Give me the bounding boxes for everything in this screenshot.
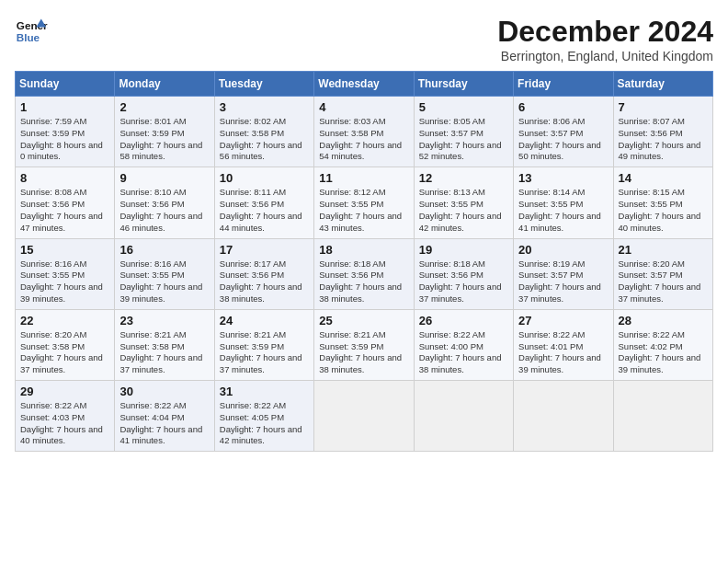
- calendar-day-cell: 11Sunrise: 8:12 AM Sunset: 3:55 PM Dayli…: [314, 167, 414, 238]
- day-info: Sunrise: 8:16 AM Sunset: 3:55 PM Dayligh…: [20, 259, 109, 305]
- calendar-header-row: SundayMondayTuesdayWednesdayThursdayFrid…: [16, 72, 713, 97]
- day-info: Sunrise: 8:22 AM Sunset: 4:00 PM Dayligh…: [419, 329, 508, 376]
- calendar-day-cell: 19Sunrise: 8:18 AM Sunset: 3:56 PM Dayli…: [414, 238, 513, 309]
- day-number: 29: [20, 385, 109, 398]
- calendar-day-cell: 10Sunrise: 8:11 AM Sunset: 3:56 PM Dayli…: [214, 167, 313, 238]
- calendar-day-cell: 14Sunrise: 8:15 AM Sunset: 3:55 PM Dayli…: [613, 167, 712, 238]
- day-info: Sunrise: 8:22 AM Sunset: 4:02 PM Dayligh…: [619, 329, 708, 376]
- day-info: Sunrise: 8:22 AM Sunset: 4:05 PM Dayligh…: [220, 400, 309, 447]
- day-info: Sunrise: 8:11 AM Sunset: 3:56 PM Dayligh…: [220, 187, 309, 234]
- month-title: December 2024: [497, 15, 713, 49]
- day-info: Sunrise: 8:22 AM Sunset: 4:03 PM Dayligh…: [20, 400, 109, 447]
- day-number: 23: [119, 314, 209, 327]
- day-info: Sunrise: 8:21 AM Sunset: 3:59 PM Dayligh…: [319, 329, 408, 376]
- day-info: Sunrise: 8:19 AM Sunset: 3:57 PM Dayligh…: [518, 259, 608, 305]
- day-number: 13: [518, 171, 608, 185]
- day-info: Sunrise: 8:22 AM Sunset: 4:01 PM Dayligh…: [518, 329, 608, 376]
- calendar-day-cell: 18Sunrise: 8:18 AM Sunset: 3:56 PM Dayli…: [314, 238, 414, 309]
- calendar-day-header: Monday: [115, 72, 214, 97]
- day-info: Sunrise: 8:01 AM Sunset: 3:59 PM Dayligh…: [119, 116, 209, 163]
- day-info: Sunrise: 8:07 AM Sunset: 3:56 PM Dayligh…: [619, 116, 708, 163]
- calendar-day-header: Saturday: [613, 72, 712, 97]
- day-number: 17: [220, 243, 309, 257]
- day-number: 11: [319, 171, 408, 185]
- calendar-day-cell: 4Sunrise: 8:03 AM Sunset: 3:58 PM Daylig…: [314, 97, 414, 167]
- calendar-day-cell: 2Sunrise: 8:01 AM Sunset: 3:59 PM Daylig…: [115, 97, 214, 167]
- day-number: 27: [518, 314, 608, 327]
- calendar-day-header: Wednesday: [314, 72, 414, 97]
- calendar-day-cell: 3Sunrise: 8:02 AM Sunset: 3:58 PM Daylig…: [214, 97, 313, 167]
- day-info: Sunrise: 8:22 AM Sunset: 4:04 PM Dayligh…: [119, 400, 209, 447]
- day-info: Sunrise: 8:20 AM Sunset: 3:57 PM Dayligh…: [619, 259, 708, 305]
- day-number: 20: [518, 243, 608, 257]
- calendar-day-cell: 21Sunrise: 8:20 AM Sunset: 3:57 PM Dayli…: [613, 238, 712, 309]
- day-info: Sunrise: 8:21 AM Sunset: 3:59 PM Dayligh…: [220, 329, 309, 376]
- day-number: 2: [119, 100, 209, 114]
- calendar-day-cell: 7Sunrise: 8:07 AM Sunset: 3:56 PM Daylig…: [613, 97, 712, 167]
- day-number: 12: [419, 171, 508, 185]
- calendar-day-cell: 23Sunrise: 8:21 AM Sunset: 3:58 PM Dayli…: [115, 309, 214, 380]
- day-number: 31: [220, 385, 309, 398]
- day-number: 14: [619, 171, 708, 185]
- day-info: Sunrise: 8:08 AM Sunset: 3:56 PM Dayligh…: [20, 187, 109, 234]
- day-info: Sunrise: 7:59 AM Sunset: 3:59 PM Dayligh…: [20, 116, 109, 163]
- day-number: 19: [419, 243, 508, 257]
- day-info: Sunrise: 8:05 AM Sunset: 3:57 PM Dayligh…: [419, 116, 508, 163]
- day-number: 26: [419, 314, 508, 327]
- calendar-body: 1Sunrise: 7:59 AM Sunset: 3:59 PM Daylig…: [16, 97, 713, 452]
- calendar-day-cell: [613, 381, 712, 452]
- calendar-day-cell: [514, 381, 613, 452]
- calendar-day-cell: 8Sunrise: 8:08 AM Sunset: 3:56 PM Daylig…: [16, 167, 115, 238]
- day-info: Sunrise: 8:06 AM Sunset: 3:57 PM Dayligh…: [518, 116, 608, 163]
- calendar-day-cell: 6Sunrise: 8:06 AM Sunset: 3:57 PM Daylig…: [514, 97, 613, 167]
- calendar-day-cell: 13Sunrise: 8:14 AM Sunset: 3:55 PM Dayli…: [514, 167, 613, 238]
- calendar-day-cell: 29Sunrise: 8:22 AM Sunset: 4:03 PM Dayli…: [16, 381, 115, 452]
- day-number: 25: [319, 314, 408, 327]
- day-info: Sunrise: 8:10 AM Sunset: 3:56 PM Dayligh…: [119, 187, 209, 234]
- day-number: 21: [619, 243, 708, 257]
- calendar-week-row: 8Sunrise: 8:08 AM Sunset: 3:56 PM Daylig…: [16, 167, 713, 238]
- day-info: Sunrise: 8:03 AM Sunset: 3:58 PM Dayligh…: [319, 116, 408, 163]
- logo: General Blue: [15, 15, 48, 48]
- calendar-table: SundayMondayTuesdayWednesdayThursdayFrid…: [15, 71, 713, 452]
- day-info: Sunrise: 8:02 AM Sunset: 3:58 PM Dayligh…: [220, 116, 309, 163]
- calendar-day-header: Friday: [514, 72, 613, 97]
- title-block: December 2024 Berrington, England, Unite…: [497, 15, 713, 63]
- calendar-day-cell: 28Sunrise: 8:22 AM Sunset: 4:02 PM Dayli…: [613, 309, 712, 380]
- page-header: General Blue December 2024 Berrington, E…: [15, 15, 713, 63]
- calendar-day-cell: [414, 381, 513, 452]
- calendar-day-cell: 9Sunrise: 8:10 AM Sunset: 3:56 PM Daylig…: [115, 167, 214, 238]
- day-number: 9: [119, 171, 209, 185]
- calendar-day-header: Sunday: [16, 72, 115, 97]
- day-number: 30: [119, 385, 209, 398]
- calendar-day-cell: 17Sunrise: 8:17 AM Sunset: 3:56 PM Dayli…: [214, 238, 313, 309]
- day-number: 8: [20, 171, 109, 185]
- day-info: Sunrise: 8:12 AM Sunset: 3:55 PM Dayligh…: [319, 187, 408, 234]
- location: Berrington, England, United Kingdom: [497, 49, 713, 63]
- calendar-day-cell: 24Sunrise: 8:21 AM Sunset: 3:59 PM Dayli…: [214, 309, 313, 380]
- calendar-day-cell: 5Sunrise: 8:05 AM Sunset: 3:57 PM Daylig…: [414, 97, 513, 167]
- day-number: 6: [518, 100, 608, 114]
- day-number: 22: [20, 314, 109, 327]
- calendar-day-cell: 27Sunrise: 8:22 AM Sunset: 4:01 PM Dayli…: [514, 309, 613, 380]
- calendar-week-row: 1Sunrise: 7:59 AM Sunset: 3:59 PM Daylig…: [16, 97, 713, 167]
- day-number: 18: [319, 243, 408, 257]
- day-number: 10: [220, 171, 309, 185]
- calendar-week-row: 15Sunrise: 8:16 AM Sunset: 3:55 PM Dayli…: [16, 238, 713, 309]
- day-number: 5: [419, 100, 508, 114]
- day-number: 4: [319, 100, 408, 114]
- day-info: Sunrise: 8:13 AM Sunset: 3:55 PM Dayligh…: [419, 187, 508, 234]
- day-number: 28: [619, 314, 708, 327]
- day-number: 3: [220, 100, 309, 114]
- day-number: 7: [619, 100, 708, 114]
- calendar-day-cell: 22Sunrise: 8:20 AM Sunset: 3:58 PM Dayli…: [16, 309, 115, 380]
- calendar-day-cell: 30Sunrise: 8:22 AM Sunset: 4:04 PM Dayli…: [115, 381, 214, 452]
- svg-text:Blue: Blue: [17, 31, 40, 43]
- day-info: Sunrise: 8:14 AM Sunset: 3:55 PM Dayligh…: [518, 187, 608, 234]
- day-info: Sunrise: 8:15 AM Sunset: 3:55 PM Dayligh…: [619, 187, 708, 234]
- day-number: 16: [119, 243, 209, 257]
- calendar-day-cell: 16Sunrise: 8:16 AM Sunset: 3:55 PM Dayli…: [115, 238, 214, 309]
- calendar-day-cell: 25Sunrise: 8:21 AM Sunset: 3:59 PM Dayli…: [314, 309, 414, 380]
- calendar-day-header: Thursday: [414, 72, 513, 97]
- calendar-day-cell: 20Sunrise: 8:19 AM Sunset: 3:57 PM Dayli…: [514, 238, 613, 309]
